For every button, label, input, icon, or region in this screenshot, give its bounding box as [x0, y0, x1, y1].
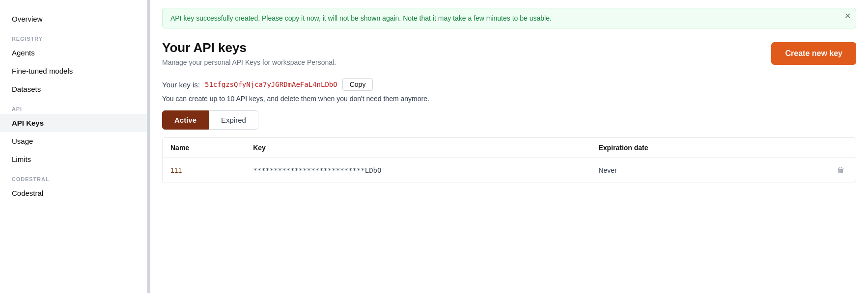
page-header: Your API keys Manage your personal API K…	[150, 28, 868, 66]
tab-active[interactable]: Active	[162, 110, 209, 130]
key-note: You can create up to 10 API keys, and de…	[150, 95, 868, 110]
success-banner-text: API key successfully created. Please cop…	[170, 14, 552, 22]
key-display-row: Your key is: 51cfgzsQfyNjca7yJGRDmAeFaL4…	[150, 66, 868, 95]
page-title: Your API keys	[162, 40, 336, 55]
sidebar-item-agents[interactable]: Agents	[0, 44, 147, 62]
api-keys-table: Name Key Expiration date 111 ***********…	[163, 138, 856, 183]
sidebar-section-api: API	[0, 98, 147, 114]
col-header-key: Key	[245, 138, 590, 158]
table-row: 111 ***************************LDbO Neve…	[163, 158, 856, 183]
sidebar-item-codestral[interactable]: Codestral	[0, 184, 147, 202]
sidebar-item-overview[interactable]: Overview	[0, 10, 147, 28]
cell-expiration: Never	[590, 158, 826, 183]
success-banner: API key successfully created. Please cop…	[162, 8, 856, 28]
cell-actions: 🗑	[826, 158, 856, 183]
sidebar-item-fine-tuned-models[interactable]: Fine-tuned models	[0, 62, 147, 80]
col-header-actions	[826, 138, 856, 158]
create-new-key-button[interactable]: Create new key	[771, 42, 856, 65]
key-display-value: 51cfgzsQfyNjca7yJGRDmAeFaL4nLDbO	[205, 80, 337, 88]
page-subtitle: Manage your personal API Keys for worksp…	[162, 58, 336, 66]
sidebar-item-api-keys[interactable]: API Keys	[0, 114, 147, 132]
page-header-text: Your API keys Manage your personal API K…	[162, 40, 336, 66]
sidebar-item-limits[interactable]: Limits	[0, 150, 147, 168]
sidebar-item-datasets[interactable]: Datasets	[0, 80, 147, 98]
tabs-container: Active Expired	[150, 110, 868, 130]
delete-key-button[interactable]: 🗑	[834, 165, 848, 176]
api-keys-table-container: Name Key Expiration date 111 ***********…	[162, 137, 856, 183]
main-content: API key successfully created. Please cop…	[150, 0, 868, 293]
key-display-label: Your key is:	[162, 80, 200, 89]
col-header-expiration: Expiration date	[590, 138, 826, 158]
cell-name: 111	[163, 158, 245, 183]
close-banner-button[interactable]: ✕	[844, 12, 851, 20]
sidebar-section-registry: REGISTRY	[0, 28, 147, 44]
sidebar-section-codestral: CODESTRAL	[0, 168, 147, 184]
col-header-name: Name	[163, 138, 245, 158]
cell-key: ***************************LDbO	[245, 158, 590, 183]
sidebar: Overview REGISTRY Agents Fine-tuned mode…	[0, 0, 147, 293]
tab-expired[interactable]: Expired	[209, 110, 258, 130]
table-header-row: Name Key Expiration date	[163, 138, 856, 158]
copy-key-button[interactable]: Copy	[342, 78, 373, 91]
sidebar-item-usage[interactable]: Usage	[0, 132, 147, 150]
